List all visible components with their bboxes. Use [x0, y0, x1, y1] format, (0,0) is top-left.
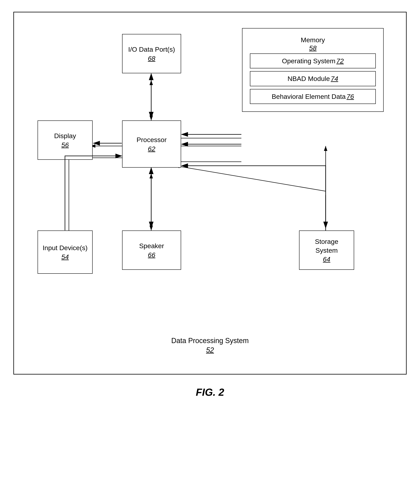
storage-system-label: Storage System: [303, 237, 350, 254]
processor-box: Processor 62: [122, 120, 181, 168]
figure-caption: FIG. 2: [13, 386, 407, 398]
speaker-box: Speaker 66: [122, 230, 181, 270]
memory-inner-boxes: Operating System 72 NBAD Module 74 Behav…: [246, 54, 379, 108]
input-devices-label: Input Device(s): [43, 243, 88, 252]
nbad-module-label: NBAD Module: [287, 75, 330, 82]
memory-title-area: Memory 58: [246, 32, 379, 54]
nbad-module-number: 74: [331, 75, 338, 82]
io-data-port-box: I/O Data Port(s) 68: [122, 34, 181, 73]
svg-line-11: [175, 166, 326, 191]
memory-number: 58: [309, 44, 317, 52]
processor-label: Processor: [136, 135, 167, 144]
display-number: 56: [61, 141, 69, 149]
diagram-container: I/O Data Port(s) 68 Processor 62 Display…: [13, 12, 407, 374]
storage-system-box: Storage System 64: [299, 230, 354, 270]
behavioral-element-data-label: Behavioral Element Data: [272, 93, 346, 100]
nbad-module-box: NBAD Module 74: [250, 71, 376, 86]
memory-outer-box: Memory 58 Operating System 72 NBAD Modul…: [242, 28, 384, 112]
speaker-label: Speaker: [139, 241, 164, 250]
processor-number: 62: [148, 145, 155, 153]
operating-system-number: 72: [336, 57, 344, 65]
speaker-number: 66: [148, 251, 155, 259]
input-devices-box: Input Device(s) 54: [37, 230, 93, 274]
operating-system-box: Operating System 72: [250, 54, 376, 68]
display-label: Display: [54, 132, 76, 140]
diagram-caption: Data Processing System 52: [26, 336, 394, 354]
memory-label: Memory: [301, 36, 325, 44]
io-data-port-number: 68: [148, 55, 155, 62]
diagram-title: Data Processing System: [26, 336, 394, 345]
behavioral-element-data-number: 76: [347, 93, 354, 100]
io-data-port-label: I/O Data Port(s): [128, 45, 175, 54]
diagram-title-number: 52: [26, 346, 394, 354]
operating-system-label: Operating System: [282, 57, 335, 65]
diagram-area: I/O Data Port(s) 68 Processor 62 Display…: [26, 24, 394, 358]
behavioral-element-data-box: Behavioral Element Data 76: [250, 89, 376, 104]
display-box: Display 56: [37, 120, 93, 160]
input-devices-number: 54: [61, 253, 69, 261]
storage-system-number: 64: [323, 255, 330, 263]
